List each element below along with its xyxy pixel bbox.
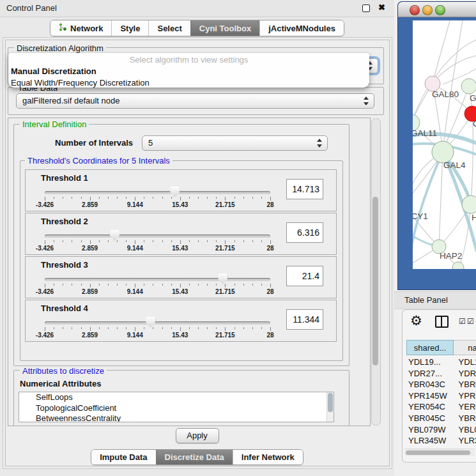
tick-mark xyxy=(207,240,208,242)
tab-select[interactable]: Select xyxy=(148,20,190,36)
settings-viewport: Interval Definition Number of Intervals … xyxy=(8,118,371,426)
close-window-icon[interactable] xyxy=(410,5,420,15)
tick-mark xyxy=(252,240,253,242)
threshold-slider[interactable]: -3.4262.8599.14415.4321.71528 xyxy=(45,272,270,295)
bottom-tab-impute-data[interactable]: Impute Data xyxy=(91,450,155,464)
tab-jactivemnodules[interactable]: jActiveMNodules xyxy=(259,20,344,36)
tick-label: 21.715 xyxy=(215,201,235,208)
threshold-slider[interactable]: -3.4262.8599.14415.4321.71528 xyxy=(45,185,270,208)
slider-thumb[interactable] xyxy=(110,230,119,241)
screen: Control Panel ✖ NetworkStyleSelectCyni T… xyxy=(0,0,476,476)
settings-scrollbar[interactable] xyxy=(371,118,381,426)
slider-thumb[interactable] xyxy=(146,317,155,328)
tick-mark xyxy=(144,284,144,286)
table-cell-name[interactable]: YPR1 xyxy=(454,390,476,402)
split-columns-icon[interactable] xyxy=(435,316,449,328)
slider-thumb[interactable] xyxy=(218,273,227,284)
column-header-name[interactable]: na... xyxy=(454,340,476,355)
node-label: C xyxy=(473,119,476,128)
table-cell-shared-name[interactable]: YPR145W xyxy=(406,390,454,402)
checkbox-icon[interactable]: ☑ xyxy=(467,317,474,326)
table-cell-shared-name[interactable]: YBL079W xyxy=(406,424,454,436)
table-cell-shared-name[interactable]: YLR345W xyxy=(406,435,454,447)
zoom-window-icon[interactable] xyxy=(435,5,445,15)
attributes-list-scrollbar[interactable] xyxy=(326,392,334,422)
bottom-tab-label: Impute Data xyxy=(100,452,147,462)
tick-mark xyxy=(99,240,100,242)
table-row[interactable]: YBL079WYBL0 xyxy=(406,424,476,436)
table-row[interactable]: YBR043CYBR0 xyxy=(406,379,476,390)
tick-mark xyxy=(189,197,190,199)
tab-cyni-toolbox[interactable]: Cyni Toolbox xyxy=(190,20,259,36)
bottom-tab-infer-network[interactable]: Infer Network xyxy=(233,450,303,464)
apply-button[interactable]: Apply xyxy=(176,428,219,443)
network-canvas[interactable]: GAL80GACGAL11GAL4GCY1HHAP2 xyxy=(413,20,476,269)
network-node[interactable] xyxy=(432,141,454,163)
network-node[interactable] xyxy=(461,79,476,94)
tick-mark xyxy=(45,240,45,244)
checkbox-icon[interactable]: ☑ xyxy=(459,317,466,326)
tick-mark xyxy=(54,284,54,286)
gear-icon[interactable]: ⚙ xyxy=(410,314,422,327)
bottom-tab-discretize-data[interactable]: Discretize Data xyxy=(156,450,233,464)
threshold-value-field[interactable]: 14.713 xyxy=(286,179,323,199)
table-horizontal-scrollbar[interactable] xyxy=(404,449,475,456)
threshold-value-field[interactable]: 21.4 xyxy=(286,266,323,286)
tab-label: Style xyxy=(120,24,140,33)
table-cell-name[interactable]: YBL0 xyxy=(454,424,476,436)
table-row[interactable]: YDL19...YDL1 xyxy=(406,357,476,368)
float-window-icon[interactable] xyxy=(362,4,370,12)
table-cell-name[interactable]: YDL1 xyxy=(454,357,476,368)
table-data-combobox[interactable]: galFiltered.sif default node xyxy=(16,93,374,109)
table-cell-shared-name[interactable]: YBR043C xyxy=(406,379,454,390)
table-cell-name[interactable]: YBR0 xyxy=(454,379,476,390)
table-cell-name[interactable]: YDR2 xyxy=(454,368,476,380)
table-row[interactable]: YLR345WYLR3 xyxy=(406,435,476,447)
table-row[interactable]: YBR045CYBR0 xyxy=(406,413,476,424)
threshold-slider[interactable]: -3.4262.8599.14415.4321.71528 xyxy=(45,316,270,339)
tick-mark xyxy=(90,327,91,331)
table-hscroll-thumb[interactable] xyxy=(406,450,470,455)
bottom-tab-label: Infer Network xyxy=(242,452,295,462)
minimize-window-icon[interactable] xyxy=(422,5,433,15)
tab-network[interactable]: Network xyxy=(50,20,111,36)
attribute-item[interactable]: TopologicalCoefficient xyxy=(19,403,334,414)
table-cell-name[interactable]: YER0 xyxy=(454,401,476,413)
close-icon[interactable]: ✖ xyxy=(378,3,385,12)
slider-track[interactable] xyxy=(45,191,270,194)
table-row[interactable]: YDR27...YDR2 xyxy=(406,368,476,380)
table-cell-shared-name[interactable]: YBR045C xyxy=(406,413,454,424)
tick-mark xyxy=(81,197,82,199)
table-cell-shared-name[interactable]: YER054C xyxy=(406,401,454,413)
table-cell-name[interactable]: YBR0 xyxy=(454,413,476,424)
tick-mark xyxy=(108,240,109,242)
threshold-value-field[interactable]: 11.344 xyxy=(286,309,323,330)
tick-mark xyxy=(90,284,91,288)
algorithm-option-manual-discretization[interactable]: Manual Discretization xyxy=(8,66,369,77)
slider-thumb[interactable] xyxy=(170,187,180,197)
tab-style[interactable]: Style xyxy=(111,20,148,36)
table-row[interactable]: YPR145WYPR1 xyxy=(406,390,476,402)
column-header-shared-name[interactable]: shared... xyxy=(406,340,454,355)
threshold-slider[interactable]: -3.4262.8599.14415.4321.71528 xyxy=(45,229,270,252)
table-cell-name[interactable]: YLR3 xyxy=(454,435,476,447)
table-cell-shared-name[interactable]: YIL052C xyxy=(406,447,454,448)
attribute-item[interactable]: SelfLoops xyxy=(19,392,334,403)
attribute-item[interactable]: BetweennessCentrality xyxy=(19,413,334,422)
attributes-scroll-thumb[interactable] xyxy=(328,393,333,412)
table-row[interactable]: YER054CYER0 xyxy=(406,401,476,413)
slider-track[interactable] xyxy=(45,234,270,238)
tick-mark xyxy=(90,240,91,244)
number-of-intervals-combobox[interactable]: 5 xyxy=(142,135,328,151)
settings-scroll-thumb[interactable] xyxy=(372,197,378,365)
algorithm-option-equal-width-frequency-discretization[interactable]: Equal Width/Frequency Discretization xyxy=(8,77,369,89)
table-row[interactable]: YIL052CYIL0 xyxy=(406,447,476,448)
table-cell-shared-name[interactable]: YDL19... xyxy=(406,357,454,368)
threshold-value-field[interactable]: 6.316 xyxy=(286,222,323,243)
table-cell-shared-name[interactable]: YDR27... xyxy=(406,368,454,380)
slider-track[interactable] xyxy=(45,321,270,325)
table-cell-name[interactable]: YIL0 xyxy=(454,447,476,448)
slider-track[interactable] xyxy=(45,278,270,281)
tick-mark xyxy=(261,284,262,286)
tick-mark xyxy=(243,197,244,199)
